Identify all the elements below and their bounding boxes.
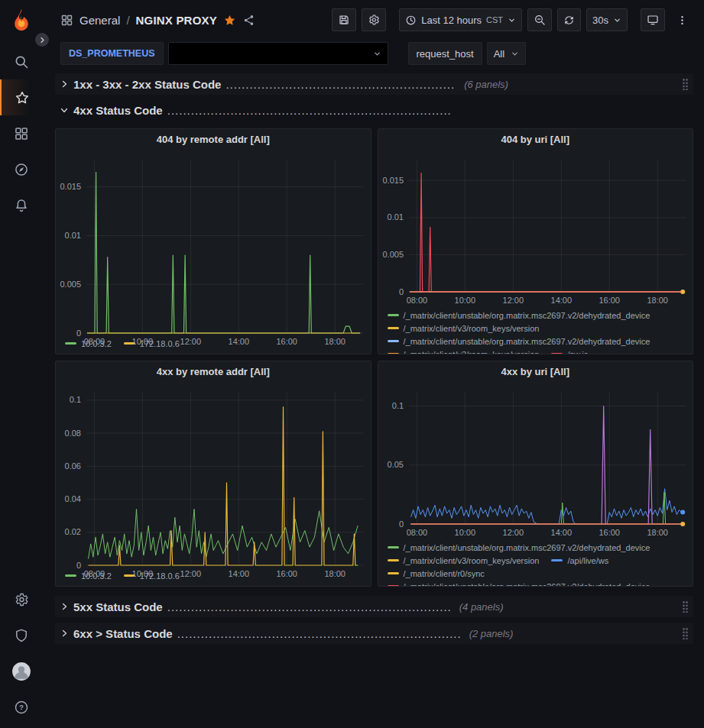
save-dashboard-button[interactable] [332, 8, 356, 31]
row-drag-handle[interactable] [682, 627, 689, 639]
legend-series-label: /_matrix/client/unstable/org.matrix.msc2… [404, 337, 650, 346]
breadcrumb-folder[interactable]: General [79, 14, 120, 27]
chevron-right-icon [60, 79, 69, 89]
svg-text:0.05: 0.05 [387, 460, 403, 469]
svg-text:0.1: 0.1 [391, 401, 403, 410]
svg-text:0.005: 0.005 [60, 280, 81, 289]
share-icon[interactable] [242, 14, 255, 27]
row-drag-handle[interactable] [682, 78, 689, 90]
panel-grid: 404 by remote addr [All] 00.0050.010.015… [55, 128, 693, 587]
svg-text:0: 0 [76, 328, 81, 338]
kebab-menu-button[interactable] [670, 8, 693, 31]
favorite-star-icon[interactable] [223, 14, 236, 27]
bell-icon [14, 198, 29, 213]
legend-series-swatch [551, 559, 563, 561]
chart-area[interactable]: 00.050.108:0010:0012:0014:0016:0018:00 [378, 383, 693, 539]
legend-series-label: /_matrix/client/v3/room_keys/version [404, 556, 540, 565]
variable-datasource-label[interactable]: DS_PROMETHEUS [60, 42, 164, 65]
row-title: 1xx - 3xx - 2xx Status Code [73, 78, 221, 91]
svg-text:12:00: 12:00 [180, 337, 202, 346]
row-header-6xx[interactable]: 6xx > Status Code ......................… [55, 623, 693, 644]
chart-svg[interactable]: 00.050.108:0010:0012:0014:0016:0018:00 [378, 383, 693, 539]
dashboard-settings-button[interactable] [362, 8, 386, 31]
refresh-interval-dropdown[interactable]: 30s [586, 8, 628, 31]
chevron-down-icon [373, 50, 381, 58]
variable-datasource-dropdown[interactable] [168, 42, 388, 65]
refresh-button[interactable] [557, 8, 581, 31]
legend-series-swatch [388, 585, 399, 587]
svg-text:10:00: 10:00 [454, 296, 475, 305]
svg-text:08:00: 08:00 [406, 528, 427, 537]
legend-item[interactable]: /_matrix/client/v3/room_keys/version [388, 556, 540, 565]
svg-text:10:00: 10:00 [454, 528, 475, 537]
row-panel-count: (6 panels) [464, 79, 508, 90]
legend-item[interactable]: /_matrix/client/v3/room_keys/version [388, 350, 540, 355]
svg-text:10:00: 10:00 [132, 337, 154, 346]
legend-item[interactable]: /sw.js [551, 350, 588, 355]
legend-item[interactable]: /_matrix/client/unstable/org.matrix.msc2… [388, 582, 650, 587]
sidebar-nav: ? [0, 0, 42, 728]
chart-area[interactable]: 00.0050.010.01508:0010:0012:0014:0016:00… [56, 150, 371, 335]
legend-row: /_matrix/client/unstable/org.matrix.msc2… [388, 309, 687, 322]
svg-text:0.1: 0.1 [70, 395, 81, 404]
sidebar-item-alerting[interactable] [0, 187, 42, 223]
chart-svg[interactable]: 00.020.040.060.080.108:0010:0012:0014:00… [56, 383, 371, 581]
chevron-down-icon [511, 50, 519, 58]
legend-row: /_matrix/client/unstable/org.matrix.msc2… [388, 580, 687, 587]
chart-svg[interactable]: 00.0050.010.01508:0010:0012:0014:0016:00… [56, 150, 371, 348]
sidebar-expand-button[interactable] [35, 33, 49, 47]
sidebar-item-dashboards[interactable] [0, 115, 42, 151]
chart-area[interactable]: 00.0050.010.01508:0010:0012:0014:0016:00… [378, 150, 693, 307]
svg-text:18:00: 18:00 [647, 296, 668, 305]
legend-item[interactable]: /api/live/ws [551, 556, 608, 565]
sidebar-item-server-admin[interactable] [0, 617, 42, 653]
panel-title[interactable]: 4xx by remote addr [All] [56, 361, 371, 383]
zoom-out-button[interactable] [527, 8, 552, 31]
dashboard-top-bar: General / NGINX PROXY Last 12 hours CST [42, 0, 704, 40]
chart-svg[interactable]: 00.0050.010.01508:0010:0012:0014:0016:00… [378, 150, 693, 307]
clock-icon [405, 15, 417, 26]
compass-icon [14, 162, 29, 177]
variable-request-host-value: All [494, 48, 504, 60]
svg-text:?: ? [19, 704, 24, 711]
dashboards-grid-icon [14, 126, 29, 141]
sidebar-item-help[interactable]: ? [0, 689, 42, 725]
variable-request-host-dropdown[interactable]: All [487, 42, 526, 65]
chevron-right-icon [60, 602, 69, 611]
legend-item[interactable]: /_matrix/client/unstable/org.matrix.msc2… [388, 543, 650, 552]
legend-series-swatch [551, 353, 563, 354]
svg-text:08:00: 08:00 [406, 296, 427, 305]
svg-text:12:00: 12:00 [502, 528, 524, 537]
row-panel-count: (2 panels) [469, 628, 514, 639]
legend-item[interactable]: /_matrix/client/unstable/org.matrix.msc2… [388, 311, 650, 320]
svg-text:12:00: 12:00 [502, 296, 524, 305]
breadcrumb-separator: / [126, 14, 129, 27]
row-title: 6xx > Status Code [73, 627, 173, 640]
row-header-4xx[interactable]: 4xx Status Code ........................… [55, 99, 693, 121]
legend-series-label: /_matrix/client/v3/room_keys/version [404, 350, 540, 355]
sidebar-item-search[interactable] [0, 44, 42, 79]
panel-title[interactable]: 4xx by uri [All] [378, 361, 693, 383]
sidebar-item-starred[interactable] [0, 79, 42, 115]
user-avatar [11, 662, 31, 681]
legend-item[interactable]: /_matrix/client/unstable/org.matrix.msc2… [388, 337, 650, 346]
legend-row: /_matrix/client/v3/room_keys/version/sw.… [388, 348, 687, 354]
tv-mode-button[interactable] [641, 8, 665, 31]
chart-area[interactable]: 00.020.040.060.080.108:0010:0012:0014:00… [56, 383, 371, 568]
svg-text:0.015: 0.015 [382, 176, 404, 185]
panel-4xx-by-uri: 4xx by uri [All] 00.050.108:0010:0012:00… [378, 361, 694, 587]
time-range-picker[interactable]: Last 12 hours CST [399, 8, 522, 31]
svg-text:16:00: 16:00 [599, 528, 620, 537]
row-header-1xx-3xx-2xx[interactable]: 1xx - 3xx - 2xx Status Code ............… [55, 73, 693, 95]
row-header-5xx[interactable]: 5xx Status Code ........................… [55, 596, 693, 617]
grafana-logo[interactable] [8, 5, 35, 33]
sidebar-item-configuration[interactable] [0, 581, 42, 617]
legend-item[interactable]: /_matrix/client/v3/room_keys/version [388, 324, 540, 333]
panel-title[interactable]: 404 by uri [All] [378, 129, 693, 150]
chevron-down-icon [60, 105, 69, 115]
legend-item[interactable]: /_matrix/client/r0/sync [388, 569, 485, 578]
row-drag-handle[interactable] [682, 600, 689, 613]
sidebar-item-explore[interactable] [0, 151, 42, 187]
panel-title[interactable]: 404 by remote addr [All] [56, 129, 371, 150]
sidebar-item-profile[interactable] [0, 653, 42, 689]
